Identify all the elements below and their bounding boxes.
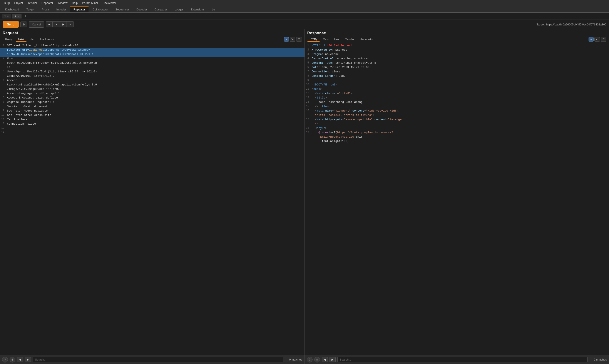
request-action-menu[interactable]: ☰ [296, 37, 302, 41]
menu-hackvertor[interactable]: Hackvertor [101, 1, 118, 5]
response-search-input[interactable] [337, 357, 588, 362]
tab-repeater[interactable]: Repeater [70, 6, 89, 13]
resp-line-content-17b: "> [312, 122, 609, 126]
tab-target[interactable]: Target [23, 6, 38, 13]
response-tab-hex[interactable]: Hex [331, 37, 342, 41]
resp-line-num-8: 8 [305, 74, 312, 78]
request-tab-raw[interactable]: Raw [16, 37, 26, 42]
response-line-6: 6 Date: Mon, 27 Feb 2023 15:21:02 GMT [305, 65, 609, 70]
menu-help[interactable]: Help [70, 1, 80, 5]
response-line-8: 8 Content-Length: 2182 [305, 74, 609, 78]
response-tabs: Pretty Raw Hex Render Hackvertor ≡ \n ☰ [307, 37, 607, 42]
menu-param-miner[interactable]: Param Miner [80, 1, 100, 5]
resp-line-num-2: 2 [305, 48, 312, 51]
resp-line-num-12: 12 [305, 92, 312, 95]
resp-line-content-1: HTTP/1.1 400 Bad Request [312, 44, 609, 47]
line-content-10: Sec-Fetch-Site: cross-site [7, 114, 304, 117]
response-action-newlines[interactable]: \n [595, 37, 600, 41]
line-content-1b: redirect_uri=localhost&response_type=tok… [7, 48, 305, 52]
tab-sequencer[interactable]: Sequencer [112, 6, 132, 13]
request-settings-button[interactable]: ⚙ [10, 357, 15, 363]
line-num-14: 14 [0, 131, 7, 134]
tab-collaborator[interactable]: Collaborator [89, 6, 111, 13]
menu-burp[interactable]: Burp [2, 1, 12, 5]
repeater-tab-1-close[interactable]: × [7, 15, 9, 17]
resp-line-content-5: Content-Type: text/html; charset=utf-8 [312, 61, 609, 65]
response-tab-actions: ≡ \n ☰ [589, 37, 606, 41]
response-tab-render[interactable]: Render [342, 37, 357, 41]
nav-prev-button[interactable]: ◀ [46, 21, 53, 27]
response-tab-hackvertor[interactable]: Hackvertor [357, 37, 376, 41]
repeater-tab-1[interactable]: 1 × [2, 14, 11, 18]
resp-line-num-17: 17 [305, 118, 312, 121]
response-tab-pretty[interactable]: Pretty [307, 37, 320, 42]
request-tab-pretty[interactable]: Pretty [3, 37, 15, 41]
cancel-button[interactable]: Cancel [29, 21, 44, 28]
request-tabs: Pretty Raw Hex Hackvertor ≡ \n ☰ [3, 37, 302, 42]
response-settings-button[interactable]: ⚙ [314, 357, 320, 363]
resp-line-num-18: 18 [305, 127, 312, 130]
response-tab-raw[interactable]: Raw [320, 37, 331, 41]
request-search-prev[interactable]: ◀ [17, 357, 23, 362]
request-code-area[interactable]: 1 GET /auth?client_id=ilvenwl6rtpdzcwkm9… [0, 43, 305, 355]
request-action-wrap[interactable]: ≡ [284, 37, 289, 41]
menu-project[interactable]: Project [12, 1, 25, 5]
nav-prev-drop-button[interactable]: ▼ [53, 21, 60, 27]
tab-decoder[interactable]: Decoder [133, 6, 151, 13]
tab-dashboard[interactable]: Dashboard [2, 6, 23, 13]
nav-next-button[interactable]: ▶ [60, 21, 67, 27]
response-line-13: 13 <title> [305, 96, 609, 100]
response-code-area[interactable]: 1 HTTP/1.1 400 Bad Request 2 X-Powered-B… [305, 43, 609, 355]
response-search-next[interactable]: ▶ [329, 357, 336, 362]
resp-line-num-3: 3 [305, 53, 312, 56]
nav-next-drop-button[interactable]: ▼ [67, 21, 74, 27]
line-num-6: 6 [0, 96, 7, 99]
request-line-3b: Gecko/20100101 Firefox/102.0 [0, 74, 305, 78]
request-line-10: 10 Sec-Fetch-Site: cross-site [0, 113, 305, 118]
line-content-12: Connection: close [7, 122, 304, 126]
tab-le[interactable]: Le [208, 6, 218, 13]
request-tab-hackvertor[interactable]: Hackvertor [38, 37, 57, 41]
response-line-12: 12 <meta charset="utf-8"> [305, 91, 609, 96]
repeater-tab-2[interactable]: 2 × [12, 14, 22, 18]
request-line-5: 5 Accept-Language: en-US,en;q=0.5 [0, 91, 305, 96]
resp-line-num-14: 14 [305, 101, 312, 104]
response-line-19b: family=Roboto:400,100);h1{ [305, 135, 609, 139]
resp-line-num-9: 9 [305, 79, 312, 82]
menubar: Burp Project Intruder Repeater Window He… [0, 0, 609, 6]
request-line-4b: text/html,application/xhtml+xml,applicat… [0, 83, 305, 87]
menu-repeater-menu[interactable]: Repeater [39, 1, 55, 5]
tab-proxy[interactable]: Proxy [38, 6, 52, 13]
response-help-button[interactable]: ? [307, 357, 312, 363]
tab-logger[interactable]: Logger [171, 6, 187, 13]
request-tab-hex[interactable]: Hex [27, 37, 37, 41]
send-button[interactable]: Send [3, 21, 19, 28]
line-num-5: 5 [0, 92, 7, 95]
repeater-tab-2-close[interactable]: × [18, 15, 19, 17]
request-search-input[interactable] [33, 357, 283, 362]
resp-line-content-13: <title> [312, 96, 609, 99]
response-line-5: 5 Content-Type: text/html; charset=utf-8 [305, 61, 609, 65]
request-search-next[interactable]: ▶ [25, 357, 31, 362]
toolbar: Send ⚙ Cancel ◀ ▼ ▶ ▼ Target: https://oa… [0, 20, 609, 29]
response-line-11: 11 <head> [305, 87, 609, 91]
tab-intruder[interactable]: Intruder [53, 6, 70, 13]
response-action-menu[interactable]: ☰ [601, 37, 606, 41]
resp-line-num-11: 11 [305, 87, 312, 91]
response-action-wrap[interactable]: ≡ [589, 37, 593, 41]
settings-button[interactable]: ⚙ [20, 22, 27, 27]
request-line-7: 7 Upgrade-Insecure-Requests: 1 [0, 100, 305, 104]
nav-buttons: ◀ ▼ ▶ ▼ [46, 21, 74, 27]
repeater-tab-add[interactable]: + [22, 13, 29, 19]
request-tab-actions: ≡ \n ☰ [284, 37, 302, 41]
response-line-4: 4 Cache-Control: no-cache, no-store [305, 57, 609, 61]
resp-line-num-6: 6 [305, 66, 312, 69]
tab-comparer[interactable]: Comparer [151, 6, 170, 13]
tab-extensions[interactable]: Extensions [187, 6, 208, 13]
request-line-3: 3 User-Agent: Mozilla/5.0 (X11; Linux x8… [0, 70, 305, 74]
menu-intruder[interactable]: Intruder [25, 1, 39, 5]
response-search-prev[interactable]: ◀ [322, 357, 328, 362]
menu-window[interactable]: Window [55, 1, 70, 5]
request-action-newlines[interactable]: \n [290, 37, 295, 41]
request-help-button[interactable]: ? [2, 357, 8, 363]
